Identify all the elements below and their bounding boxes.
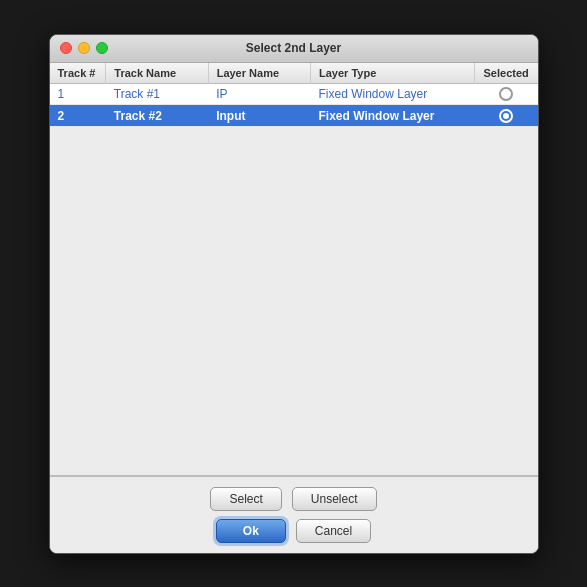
col-header-layer-type: Layer Type	[311, 63, 475, 84]
col-header-layer-name: Layer Name	[208, 63, 310, 84]
main-window: Select 2nd Layer Track # Track Name Laye…	[49, 34, 539, 554]
col-header-track-name: Track Name	[106, 63, 208, 84]
layer-table: Track # Track Name Layer Name Layer Type…	[50, 63, 538, 128]
table-row[interactable]: 1Track #1IPFixed Window Layer	[50, 83, 538, 105]
title-bar: Select 2nd Layer	[50, 35, 538, 63]
ok-button[interactable]: Ok	[216, 519, 286, 543]
cancel-button[interactable]: Cancel	[296, 519, 371, 543]
cell-track-num: 2	[50, 105, 106, 127]
table-header-row: Track # Track Name Layer Name Layer Type…	[50, 63, 538, 84]
window-title: Select 2nd Layer	[246, 41, 341, 55]
table-container: Track # Track Name Layer Name Layer Type…	[50, 63, 538, 476]
col-header-track-num: Track #	[50, 63, 106, 84]
action-button-row: Select Unselect	[210, 487, 376, 511]
col-header-selected: Selected	[474, 63, 537, 84]
minimize-button[interactable]	[78, 42, 90, 54]
content-area: Track # Track Name Layer Name Layer Type…	[50, 63, 538, 553]
unselect-button[interactable]: Unselect	[292, 487, 377, 511]
cell-layer-name: Input	[208, 105, 310, 127]
cell-selected[interactable]	[474, 105, 537, 127]
traffic-lights	[60, 42, 108, 54]
cell-selected[interactable]	[474, 83, 537, 105]
maximize-button[interactable]	[96, 42, 108, 54]
cell-layer-type: Fixed Window Layer	[311, 105, 475, 127]
cell-layer-name: IP	[208, 83, 310, 105]
radio-indicator	[499, 109, 513, 123]
cell-layer-type: Fixed Window Layer	[311, 83, 475, 105]
select-button[interactable]: Select	[210, 487, 281, 511]
table-row[interactable]: 2Track #2InputFixed Window Layer	[50, 105, 538, 127]
cell-track-name: Track #1	[106, 83, 208, 105]
bottom-bar: Select Unselect Ok Cancel	[50, 476, 538, 553]
close-button[interactable]	[60, 42, 72, 54]
radio-indicator	[499, 87, 513, 101]
confirm-button-row: Ok Cancel	[216, 519, 371, 543]
cell-track-name: Track #2	[106, 105, 208, 127]
cell-track-num: 1	[50, 83, 106, 105]
